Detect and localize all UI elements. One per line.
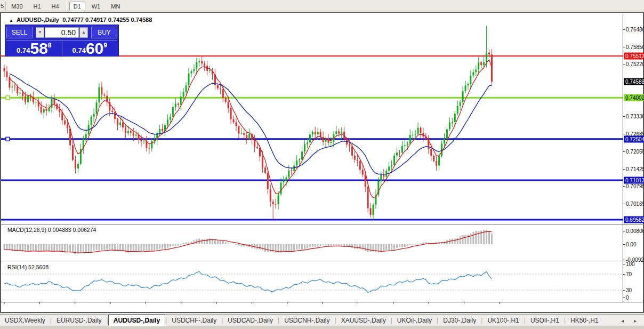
candle-body xyxy=(391,165,392,166)
axis-label: 0.75850 xyxy=(626,44,644,50)
axis-label: 0 xyxy=(626,295,629,301)
lot-increase-button[interactable]: ▲ xyxy=(79,27,88,38)
timeframe-button-h4[interactable]: H4 xyxy=(47,2,63,11)
candle-body xyxy=(127,131,129,133)
timeframe-button-h1[interactable]: H1 xyxy=(29,2,45,11)
line-handle[interactable] xyxy=(6,137,10,141)
timeframe-m5-partial-button[interactable]: 5 xyxy=(0,2,6,10)
macd-histogram-bar xyxy=(333,244,334,245)
candle-body xyxy=(6,71,7,77)
chart-tab-usdx-weekly[interactable]: USDX,Weekly xyxy=(0,316,50,325)
candle-body xyxy=(98,87,100,102)
line-handle[interactable] xyxy=(6,96,10,100)
candle-body xyxy=(111,111,113,112)
collapse-panel-icon[interactable]: ▲ xyxy=(9,18,13,23)
price-level-badge: 0.71013 xyxy=(624,177,644,184)
sell-button[interactable]: SELL xyxy=(6,27,33,38)
candle-body xyxy=(135,135,137,136)
chart-tab-usdchf-daily[interactable]: USDCHF-,Daily xyxy=(167,316,221,325)
macd-histogram-bar xyxy=(4,244,5,250)
candle-body xyxy=(11,87,13,87)
candle-body xyxy=(357,160,358,161)
axis-tick xyxy=(623,204,625,204)
macd-histogram-bar xyxy=(488,231,490,244)
candle-body xyxy=(51,99,52,108)
macd-histogram-bar xyxy=(69,244,71,252)
candle-body xyxy=(101,87,102,94)
candle-body xyxy=(420,128,421,133)
chart-tab-bar: USDX,Weekly|EURUSD-,Daily|AUDUSD-,Daily|… xyxy=(0,314,644,326)
macd-histogram-bar xyxy=(43,244,45,251)
candle-body xyxy=(280,182,282,194)
price-chart-canvas[interactable] xyxy=(1,13,644,327)
timeframe-button-w1[interactable]: W1 xyxy=(87,2,105,11)
candle-body xyxy=(412,135,414,135)
candle-body xyxy=(133,133,134,136)
axis-tick xyxy=(623,290,625,291)
candle-body xyxy=(272,202,274,204)
candle-body xyxy=(91,117,92,125)
candle-body xyxy=(172,107,174,117)
candle-body xyxy=(170,117,171,119)
toolbar-separator xyxy=(66,1,67,10)
macd-histogram-bar xyxy=(85,244,87,252)
candle-body xyxy=(159,129,160,133)
macd-histogram-bar xyxy=(417,244,419,244)
macd-histogram-bar xyxy=(33,244,34,251)
macd-histogram-bar xyxy=(170,244,171,247)
macd-histogram-bar xyxy=(204,239,205,244)
candle-body xyxy=(475,70,477,73)
chart-tab-audusd-daily[interactable]: AUDUSD-,Daily xyxy=(108,315,165,326)
candle-body xyxy=(491,54,493,82)
candle-body xyxy=(243,133,245,135)
chart-tab-usdcad-daily[interactable]: USDCAD-,Daily xyxy=(223,316,278,325)
chart-tab-ukoil-daily[interactable]: UKOil-,Daily xyxy=(392,316,437,325)
candle-body xyxy=(478,62,479,70)
candle-body xyxy=(436,161,437,166)
macd-histogram-bar xyxy=(101,244,102,250)
mt4-window: 5 M30H1H4D1W1MN ▲AUDUSD-,Daily 0.74777 0… xyxy=(0,0,644,329)
lot-size-input[interactable]: 0.50 xyxy=(45,27,79,38)
chart-tab-usdcnh-daily[interactable]: USDCNH-,Daily xyxy=(279,316,334,325)
timeframe-button-d1[interactable]: D1 xyxy=(69,2,85,11)
chart-tab-hk50-h1[interactable]: HK50-,H1 xyxy=(566,316,603,325)
macd-histogram-bar xyxy=(460,236,461,244)
chart-tab-usoil-h1[interactable]: USOil-,H1 xyxy=(526,316,564,325)
candle-body xyxy=(452,122,453,123)
macd-histogram-bar xyxy=(457,238,458,244)
macd-histogram-bar xyxy=(9,244,10,250)
chart-tab-uk100-h1[interactable]: UK100-,H1 xyxy=(482,316,524,325)
macd-histogram-bar xyxy=(220,240,221,244)
candle-body xyxy=(246,135,247,139)
lot-decrease-button[interactable]: ▼ xyxy=(36,27,44,38)
sell-price-display[interactable]: 0.74 58 8 xyxy=(6,40,62,56)
candle-body xyxy=(362,170,364,174)
axis-tick xyxy=(623,116,625,117)
macd-histogram-bar xyxy=(222,241,224,244)
buy-price-point: 9 xyxy=(103,42,107,49)
candle-body xyxy=(312,132,313,135)
macd-histogram-bar xyxy=(77,244,79,254)
candle-body xyxy=(35,102,37,102)
timeframe-button-m30[interactable]: M30 xyxy=(7,2,27,11)
macd-histogram-bar xyxy=(312,244,313,247)
candle-body xyxy=(341,132,342,134)
axis-label: 0.73330 xyxy=(626,114,644,119)
tab-scroll-arrows[interactable]: ◂ ▸ xyxy=(621,318,641,324)
chart-tab-xauusd-daily[interactable]: XAUUSD-,Daily xyxy=(336,316,391,325)
candle-body xyxy=(285,178,287,181)
timeframe-button-mn[interactable]: MN xyxy=(107,2,124,11)
candle-body xyxy=(472,72,474,75)
buy-price-display[interactable]: 0.74 60 9 xyxy=(62,40,118,56)
macd-histogram-bar xyxy=(475,231,477,244)
candle-body xyxy=(230,108,232,119)
axis-tick xyxy=(623,47,625,47)
chart-tab-dj30-daily[interactable]: DJ30-,Daily xyxy=(438,316,481,325)
candle-body xyxy=(415,134,416,135)
macd-histogram-bar xyxy=(122,244,124,251)
candle-body xyxy=(317,132,319,134)
chart-tab-eurusd-daily[interactable]: EURUSD-,Daily xyxy=(52,316,107,325)
buy-button[interactable]: BUY xyxy=(91,27,117,38)
candle-body xyxy=(407,143,408,145)
chart-title: ▲AUDUSD-,Daily 0.74777 0.74917 0.74255 0… xyxy=(7,17,154,23)
